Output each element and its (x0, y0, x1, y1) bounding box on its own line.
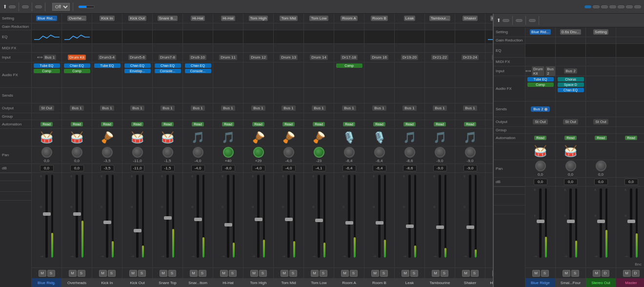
solo-button[interactable]: S (541, 270, 549, 277)
automation-badge[interactable]: Read (403, 122, 416, 126)
db-value[interactable]: -4,0 (282, 165, 296, 171)
mute-button[interactable]: M (129, 270, 137, 277)
pan-knob[interactable] (565, 161, 576, 171)
mute-button[interactable]: M (311, 270, 319, 277)
automation-badge[interactable]: Read (534, 136, 546, 140)
right-edit-button[interactable] (503, 19, 509, 22)
setting-badge[interactable]: Snare B... (158, 16, 178, 21)
bus-button[interactable] (609, 5, 616, 8)
view-button[interactable] (35, 5, 42, 8)
mute-button[interactable]: M (281, 270, 288, 277)
mute-button[interactable]: M (250, 270, 258, 277)
fader-handle[interactable] (376, 221, 383, 225)
automation-badge[interactable]: Read (192, 122, 204, 126)
db-value[interactable]: -11,0 (131, 165, 144, 171)
input-badge[interactable]: Dr21-22 (431, 55, 448, 60)
fx-badge[interactable]: Comp (64, 69, 90, 73)
fader-track[interactable] (569, 188, 572, 258)
sends-off-select[interactable]: Off (52, 3, 70, 11)
pan-knob[interactable] (404, 147, 415, 158)
output-badge[interactable]: Bus 1 (463, 105, 477, 111)
fader-handle[interactable] (537, 220, 544, 223)
automation-badge[interactable]: Read (161, 122, 174, 126)
automation-badge[interactable]: Read (595, 136, 607, 140)
db-value[interactable]: -6,4 (342, 165, 356, 171)
output-badge[interactable]: Bus 1 (342, 105, 356, 111)
output-badge[interactable]: Bus 1 (372, 105, 386, 111)
setting-badge[interactable]: Tom Low (309, 16, 328, 21)
fx-badge[interactable]: Chorus (558, 77, 584, 82)
fader-handle[interactable] (597, 220, 605, 223)
mute-button[interactable]: M (341, 270, 349, 277)
solo-button[interactable]: S (320, 270, 327, 277)
input-badge[interactable]: Drum7-8 (159, 55, 177, 60)
output-badge[interactable]: Bus 1 (251, 105, 265, 111)
fx-badge[interactable]: Chan EQ (64, 63, 90, 68)
automation-badge[interactable]: Read (373, 122, 385, 126)
fx-badge[interactable]: Comp (336, 63, 362, 68)
db-value[interactable]: 0,0 (40, 165, 54, 171)
automation-badge[interactable]: Read (40, 122, 53, 126)
fader-handle[interactable] (224, 223, 232, 226)
all-option[interactable] (86, 6, 94, 8)
mute-button[interactable]: M (69, 270, 77, 277)
fader-track[interactable] (166, 175, 169, 258)
tracks-option[interactable] (79, 6, 86, 8)
channels-area[interactable]: Blue Rid... ⟺Bus 1Tube EQCompSt OutRead🥁… (32, 14, 493, 287)
fader-track[interactable] (257, 175, 260, 258)
output-badge[interactable]: St Out (563, 119, 578, 124)
input-badge[interactable]: Drum5-6 (128, 55, 146, 60)
fader-track[interactable] (76, 175, 78, 258)
solo-button[interactable]: S (199, 270, 206, 277)
pan-knob[interactable] (102, 147, 113, 158)
fader-handle[interactable] (567, 220, 575, 223)
fader-handle[interactable] (345, 221, 353, 225)
db-value[interactable]: -9,0 (463, 165, 477, 171)
setting-badge[interactable]: Room A (341, 16, 357, 21)
solo-button[interactable]: S (571, 270, 579, 277)
pan-knob[interactable] (374, 147, 385, 158)
db-value[interactable]: -9,0 (433, 165, 447, 171)
right-view-button[interactable] (529, 19, 536, 22)
output-badge[interactable]: Bus 1 (161, 105, 174, 111)
input-badge[interactable]: Dr23-24 (462, 55, 479, 60)
pan-knob[interactable] (283, 147, 294, 158)
db-value[interactable]: 0,0 (534, 179, 547, 185)
solo-button[interactable]: S (47, 270, 55, 277)
input-badge[interactable]: Bus 1 (43, 55, 56, 60)
audio-button[interactable] (584, 5, 591, 8)
fader-handle[interactable] (103, 221, 111, 224)
mute-button[interactable]: M (220, 270, 228, 277)
mute-button[interactable]: M (593, 270, 601, 277)
solo-button[interactable]: S (138, 270, 146, 277)
solo-button[interactable]: S (350, 270, 358, 277)
input-badge[interactable]: Dru9-10 (189, 55, 206, 60)
fader-handle[interactable] (627, 220, 635, 223)
fader-handle[interactable] (194, 218, 202, 221)
automation-badge[interactable]: Read (343, 122, 355, 126)
inst-button[interactable] (593, 5, 600, 8)
automation-badge[interactable]: Read (464, 122, 476, 126)
input-badge[interactable]: Drum 11 (219, 55, 237, 60)
db-value[interactable]: -4,0 (191, 165, 205, 171)
fx-badge[interactable]: Tube EQ (527, 77, 554, 82)
fx-badge[interactable]: Console... (185, 69, 211, 73)
db-value[interactable]: -8,6 (403, 165, 417, 171)
fx-badge[interactable]: Tube EQ (34, 63, 60, 68)
pan-knob[interactable] (193, 147, 203, 158)
fader-track[interactable] (318, 175, 320, 258)
automation-badge[interactable]: Read (101, 122, 113, 126)
fader-handle[interactable] (406, 225, 414, 228)
master-button[interactable] (634, 5, 641, 8)
solo-button[interactable]: S (168, 270, 176, 277)
input-button[interactable] (618, 5, 624, 8)
fader-track[interactable] (600, 188, 602, 258)
fader-track[interactable] (439, 175, 441, 258)
solo-button[interactable]: S (108, 270, 116, 277)
db-value[interactable]: -8,0 (221, 165, 235, 171)
setting-badge[interactable]: Setting (593, 29, 608, 35)
output-button[interactable] (626, 5, 633, 8)
fader-handle[interactable] (436, 226, 444, 229)
fader-handle[interactable] (43, 212, 51, 216)
sends-badge[interactable]: Bus 2 (531, 106, 549, 112)
